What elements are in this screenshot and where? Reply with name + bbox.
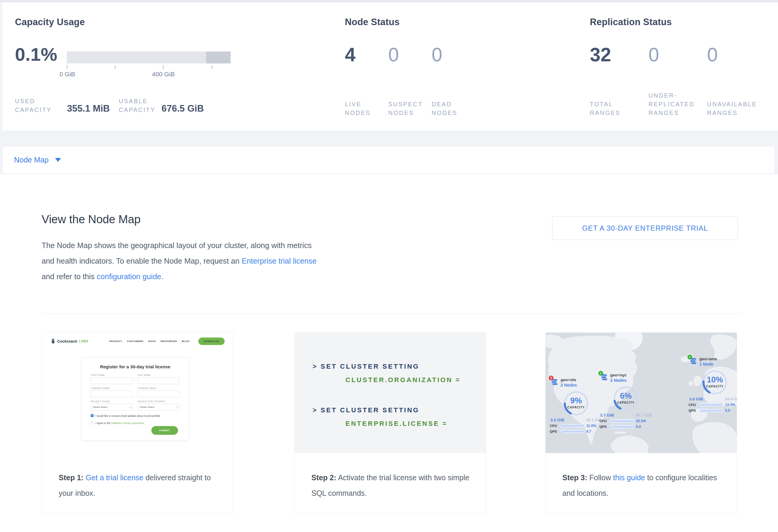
- text-input: [91, 390, 133, 397]
- total-ranges-metric: 32 TOTAL RANGES: [590, 44, 648, 117]
- capacity-gauge: 9% CAPACITY: [562, 390, 590, 417]
- cpu-label: CPU: [600, 419, 608, 423]
- capacity-bar-track: [67, 52, 231, 63]
- page-top-strip: [0, 0, 778, 2]
- form-field: LAST NAME: [138, 374, 180, 384]
- under-replicated-value: 0: [648, 44, 707, 65]
- caret-down-icon: ▾: [130, 406, 131, 408]
- capacity-percent: 0.1%: [15, 44, 57, 65]
- qps-label: QPS: [689, 409, 698, 412]
- select-input: Please Select▾: [91, 404, 133, 410]
- select-input: Please Select▾: [138, 404, 180, 410]
- capacity-caption: CAPACITY: [701, 385, 729, 388]
- capacity-percent-label: 9%: [562, 396, 590, 405]
- axis-tick: [163, 65, 164, 69]
- suspect-nodes-label: SUSPECT NODES: [388, 100, 432, 117]
- get-enterprise-trial-button[interactable]: GET A 30-DAY ENTERPRISE TRIAL: [552, 216, 738, 240]
- chevron-down-icon: [55, 158, 61, 162]
- cpu-value: 11.0%: [586, 424, 596, 428]
- used-capacity-label: USED CAPACITY: [15, 97, 67, 114]
- sql-command: > SET CLUSTER SETTING: [313, 403, 486, 417]
- under-replicated-metric: 0 UNDER-REPLICATED RANGES: [648, 44, 707, 117]
- map-node-sfo: 1 geo=sfo 2 Nodes 9% CAPACITY 3.2 GiB 35…: [550, 378, 603, 434]
- map-node-ams: ✓ geo=ams 1 Node 10% CAPACITY 3.6 GiB 34…: [689, 357, 737, 412]
- qps-sparkline: [561, 429, 584, 434]
- software-license-link: Software License Agreement.: [111, 422, 144, 425]
- trial-site-header: Cockroach LABS PRODUCT CUSTOMERS DOCS RE…: [42, 333, 233, 350]
- checkbox-checked-icon: ✓: [91, 414, 94, 417]
- trial-registration-form: Register for a 30-day trial license FIRS…: [81, 357, 189, 441]
- qps-value: 0.0: [725, 408, 730, 412]
- capacity-gauge: 6% CAPACITY: [612, 385, 639, 412]
- sql-command: > SET CLUSTER SETTING: [313, 360, 486, 373]
- step-3-card: 1 geo=sfo 2 Nodes 9% CAPACITY 3.2 GiB 35…: [545, 332, 737, 514]
- intro-text: and refer to this: [42, 272, 97, 281]
- form-field: PROJECT PHASEPlease Select▾: [91, 400, 133, 410]
- capacity-caption: CAPACITY: [562, 406, 590, 409]
- axis-tick: [212, 65, 212, 69]
- enterprise-trial-license-link[interactable]: Enterprise trial license: [242, 257, 317, 265]
- configuration-guide-link[interactable]: configuration guide: [97, 272, 161, 281]
- suspect-nodes-metric: 0 SUSPECT NODES: [388, 44, 432, 117]
- used-storage: 3.7 GiB: [600, 413, 614, 417]
- capacity-stats: USED CAPACITY 355.1 MiB USABLE CAPACITY …: [15, 97, 204, 114]
- intro-text: .: [161, 272, 163, 281]
- axis-tick: [67, 65, 67, 69]
- database-icon: [690, 358, 697, 365]
- checkbox-label: I would like to receive email updates ab…: [95, 414, 160, 418]
- capacity-caption: CAPACITY: [612, 401, 639, 404]
- cpu-sparkline: [611, 419, 634, 423]
- qps-value: 0.0: [636, 425, 641, 429]
- replication-status-title: Replication Status: [590, 17, 672, 27]
- node-status-title: Node Status: [345, 17, 400, 27]
- node-map-illustration: 1 geo=sfo 2 Nodes 9% CAPACITY 3.2 GiB 35…: [546, 333, 737, 453]
- axis-tick-label: 400 GiB: [152, 71, 175, 78]
- brand-suffix: LABS: [79, 339, 88, 343]
- license-agreement-checkbox-row: I agree to the Software License Agreemen…: [91, 421, 180, 425]
- node-map-dropdown-label: Node Map: [14, 156, 49, 164]
- checkbox-unchecked-icon: [91, 421, 94, 424]
- capacity-percent-label: 6%: [612, 391, 639, 401]
- total-storage: 65.7 GiB: [636, 413, 651, 417]
- qps-sparkline: [700, 408, 723, 412]
- capacity-usage-title: Capacity Usage: [15, 17, 85, 27]
- qps-sparkline: [611, 425, 634, 429]
- trial-site-screenshot: Cockroach LABS PRODUCT CUSTOMERS DOCS RE…: [42, 333, 233, 453]
- dead-nodes-value: 0: [432, 44, 482, 65]
- cpu-value: 12.3%: [725, 403, 735, 407]
- live-nodes-metric: 4 LIVE NODES: [345, 44, 388, 117]
- intro-paragraph: The Node Map shows the geographical layo…: [42, 238, 320, 284]
- usable-capacity-value: 676.5 GiB: [161, 103, 204, 114]
- get-trial-license-link[interactable]: Get a trial license: [86, 473, 143, 482]
- locality-label: geo=nyc: [610, 373, 652, 377]
- nav-item: BLOG: [182, 340, 189, 343]
- cpu-label: CPU: [550, 424, 559, 428]
- live-nodes-value: 4: [345, 44, 388, 65]
- suspect-nodes-value: 0: [388, 44, 432, 65]
- node-map-dropdown[interactable]: Node Map: [2, 146, 775, 174]
- sql-commands-illustration: > SET CLUSTER SETTING CLUSTER.ORGANIZATI…: [295, 333, 486, 453]
- unavailable-ranges-metric: 0 UNAVAILABLE RANGES: [707, 44, 770, 117]
- email-updates-checkbox-row: ✓ I would like to receive email updates …: [91, 414, 180, 418]
- form-field: REASON FOR INTERESTPlease Select▾: [138, 400, 180, 410]
- sql-setting: CLUSTER.ORGANIZATION =: [313, 373, 486, 387]
- node-count-label: 2 Nodes: [610, 378, 652, 383]
- cockroach-bug-icon: [51, 338, 55, 344]
- map-node-nyc: ✓ geo=nyc 2 Nodes 6% CAPACITY 3.7 GiB 65…: [600, 373, 652, 429]
- step-2-caption: Step 2: Activate the trial license with …: [295, 453, 486, 501]
- download-pill: DOWNLOAD: [198, 337, 225, 345]
- replication-metrics: 32 TOTAL RANGES 0 UNDER-REPLICATED RANGE…: [590, 44, 770, 117]
- used-capacity-value: 355.1 MiB: [67, 103, 110, 114]
- text-input: [138, 390, 180, 397]
- unavailable-ranges-value: 0: [707, 44, 770, 65]
- under-replicated-label: UNDER-REPLICATED RANGES: [648, 91, 705, 117]
- total-ranges-label: TOTAL RANGES: [590, 100, 648, 117]
- used-storage: 3.6 GiB: [689, 397, 703, 401]
- text-input: [91, 377, 133, 384]
- database-icon: [551, 379, 558, 386]
- form-field: COMPANY NAME: [91, 387, 133, 397]
- this-guide-link[interactable]: this guide: [613, 473, 645, 482]
- text-input: [138, 377, 180, 384]
- axis-tick-label: 0 GiB: [60, 71, 75, 78]
- caret-down-icon: ▾: [176, 406, 178, 408]
